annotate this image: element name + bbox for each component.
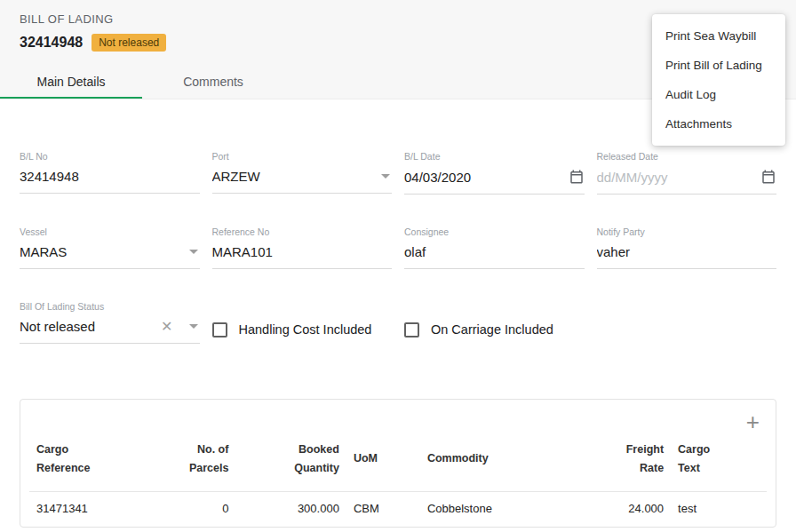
menu-item-attachments[interactable]: Attachments [652, 109, 785, 139]
field-label: Vessel [20, 226, 200, 237]
vessel-select[interactable]: MARAS [20, 244, 200, 269]
cargo-card-toolbar: + [29, 407, 767, 437]
actions-menu: Print Sea Waybill Print Bill of Lading A… [652, 14, 785, 146]
checkbox-label: On Carriage Included [431, 322, 553, 337]
cell-freight-rate: 24.000 [568, 492, 671, 528]
field-consignee: Consignee olaf [404, 226, 585, 269]
field-bl-date: B/L Date 04/03/2020 [404, 151, 585, 195]
bl-number: 32414948 [20, 35, 83, 51]
calendar-icon[interactable] [760, 169, 776, 185]
menu-item-audit-log[interactable]: Audit Log [652, 80, 785, 109]
table-row[interactable]: 31471341 0 300.000 CBM Cobbelstone 24.00… [29, 492, 767, 528]
chevron-down-icon [381, 174, 390, 179]
field-label: Port [212, 151, 393, 162]
column-header: Cargo Text [671, 437, 767, 492]
cell-cargo-text: test [671, 492, 767, 528]
cargo-table: Cargo Reference No. of Parcels Booked Qu… [29, 437, 767, 527]
checkbox-label: Handling Cost Included [239, 322, 372, 337]
checkbox-icon [212, 322, 227, 337]
cargo-card: + Cargo Reference No. of Parcels Booked … [20, 399, 776, 528]
checkbox-icon [404, 322, 419, 337]
bl-no-input[interactable]: 32414948 [20, 169, 200, 194]
menu-item-print-bill-of-lading[interactable]: Print Bill of Lading [652, 51, 785, 80]
reference-no-input[interactable]: MARA101 [212, 244, 393, 269]
tab-label: Main Details [36, 75, 105, 89]
column-header: Commodity [420, 437, 568, 492]
bl-status-select[interactable]: Not released ✕ [20, 319, 200, 344]
field-bl-no: B/L No 32414948 [20, 151, 200, 195]
field-notify-party: Notify Party vaher [597, 226, 777, 269]
field-vessel: Vessel MARAS [20, 226, 200, 269]
tab-label: Comments [183, 75, 243, 89]
handling-cost-checkbox[interactable]: Handling Cost Included [212, 301, 393, 344]
main-details-panel: B/L No 32414948 Port ARZEW B/L Date 04/0… [0, 151, 796, 528]
column-header: UoM [346, 437, 420, 492]
field-label: Notify Party [597, 226, 777, 237]
calendar-icon[interactable] [569, 169, 585, 185]
column-header: Cargo Reference [29, 437, 155, 492]
field-label: B/L Date [404, 151, 585, 162]
spacer [597, 301, 777, 344]
field-label: Reference No [212, 226, 393, 237]
bl-date-input[interactable]: 04/03/2020 [404, 169, 585, 195]
cell-cargo-reference: 31471341 [29, 492, 155, 528]
on-carriage-checkbox[interactable]: On Carriage Included [404, 301, 585, 344]
chevron-down-icon [189, 324, 198, 329]
field-label: Consignee [404, 226, 585, 237]
cell-uom: CBM [346, 492, 420, 528]
field-label: Released Date [597, 151, 777, 162]
cell-commodity: Cobbelstone [420, 492, 568, 528]
column-header: Freight Rate [568, 437, 671, 492]
tab-main-details[interactable]: Main Details [0, 66, 142, 99]
cell-booked-quantity: 300.000 [235, 492, 346, 528]
chevron-down-icon [189, 250, 198, 254]
cargo-table-header-row: Cargo Reference No. of Parcels Booked Qu… [29, 437, 767, 492]
field-port: Port ARZEW [212, 151, 393, 195]
add-cargo-button[interactable]: + [746, 412, 760, 432]
field-bl-status: Bill Of Lading Status Not released ✕ [20, 301, 200, 344]
port-select[interactable]: ARZEW [212, 169, 393, 194]
notify-party-input[interactable]: vaher [597, 244, 777, 269]
field-label: Bill Of Lading Status [20, 301, 200, 312]
consignee-input[interactable]: olaf [404, 244, 585, 269]
cell-no-of-parcels: 0 [155, 492, 235, 528]
field-released-date: Released Date dd/MM/yyyy [597, 151, 777, 195]
status-badge: Not released [92, 34, 166, 52]
field-reference-no: Reference No MARA101 [212, 226, 393, 269]
column-header: No. of Parcels [155, 437, 235, 492]
tab-comments[interactable]: Comments [142, 66, 284, 99]
menu-item-print-sea-waybill[interactable]: Print Sea Waybill [652, 21, 785, 51]
column-header: Booked Quantity [235, 437, 346, 492]
released-date-input[interactable]: dd/MM/yyyy [597, 169, 777, 195]
clear-icon[interactable]: ✕ [161, 320, 172, 334]
field-label: B/L No [20, 151, 200, 162]
